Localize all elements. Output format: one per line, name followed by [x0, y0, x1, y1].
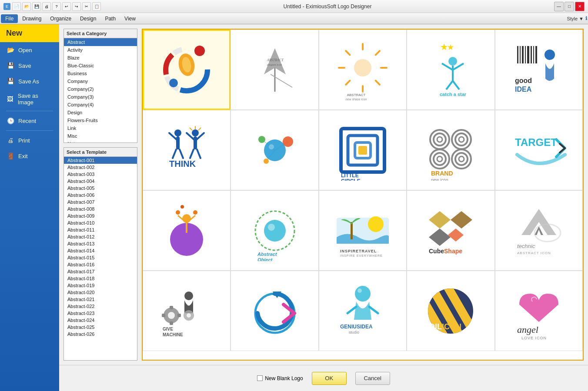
template-item-023[interactable]: Abstract-023: [64, 310, 137, 317]
template-item-011[interactable]: Abstract-011: [64, 226, 137, 233]
template-item-010[interactable]: Abstract-010: [64, 219, 137, 226]
logo-cell-15[interactable]: technic ABSTRACT ICON: [495, 190, 583, 271]
toolbar-copy[interactable]: 📋: [92, 2, 101, 11]
save-as-button[interactable]: 💾 Save As: [0, 73, 59, 89]
category-list[interactable]: Abstract Activity Blaze Blue-Classic Bus…: [64, 38, 137, 142]
recent-button[interactable]: 🕒 Recent: [0, 113, 59, 129]
category-item-design[interactable]: Design: [64, 109, 137, 116]
toolbar-print[interactable]: 🖨: [42, 2, 51, 11]
logo-cell-1[interactable]: [143, 30, 231, 110]
logo-cell-8[interactable]: LITTLE CIRCLE: [319, 110, 407, 190]
template-item-017[interactable]: Abstract-017: [64, 268, 137, 275]
template-item-002[interactable]: Abstract-002: [64, 164, 137, 171]
template-item-007[interactable]: Abstract-007: [64, 199, 137, 205]
category-item-business[interactable]: Business: [64, 70, 137, 77]
logo-grid[interactable]: ABSTRACT elegant icon: [142, 29, 584, 361]
template-item-022[interactable]: Abstract-022: [64, 303, 137, 310]
template-item-025[interactable]: Abstract-025: [64, 324, 137, 331]
svg-point-82: [437, 156, 442, 162]
logo-cell-19[interactable]: OILICON: [407, 271, 494, 351]
template-item-015[interactable]: Abstract-015: [64, 254, 137, 261]
logo-cell-4[interactable]: catch a star: [407, 30, 494, 110]
template-item-014[interactable]: Abstract-014: [64, 247, 137, 254]
logo-cell-7[interactable]: [231, 110, 318, 190]
save-image-button[interactable]: 🖼 Save as Image: [0, 89, 59, 109]
template-item-001[interactable]: Abstract-001: [64, 157, 137, 164]
template-item-003[interactable]: Abstract-003: [64, 171, 137, 178]
template-item-026[interactable]: Abstract-026: [64, 331, 137, 338]
print-button[interactable]: 🖨 Print: [0, 133, 59, 148]
exit-button[interactable]: 🚪 Exit: [0, 148, 59, 164]
open-button[interactable]: 📂 Open: [0, 42, 59, 58]
new-button[interactable]: New: [0, 24, 59, 42]
category-item-blaze[interactable]: Blaze: [64, 54, 137, 62]
logo-cell-14[interactable]: CubeShape: [407, 190, 494, 271]
category-item-nature[interactable]: Nature: [64, 140, 137, 142]
template-item-024[interactable]: Abstract-024: [64, 317, 137, 324]
info-icon[interactable]: ℹ: [585, 16, 587, 21]
template-item-008[interactable]: Abstract-008: [64, 205, 137, 212]
logo-cell-11[interactable]: [143, 190, 231, 271]
category-item-activity[interactable]: Activity: [64, 46, 137, 54]
toolbar-open[interactable]: 📂: [22, 2, 31, 11]
toolbar-save[interactable]: 💾: [32, 2, 41, 11]
minimize-button[interactable]: —: [554, 2, 564, 11]
category-item-flowers[interactable]: Flowers-Fruits: [64, 116, 137, 124]
template-item-006[interactable]: Abstract-006: [64, 192, 137, 199]
logo-cell-12[interactable]: Abstract Object: [231, 190, 318, 271]
template-item-005[interactable]: Abstract-005: [64, 185, 137, 192]
logo-cell-16[interactable]: GIVE MACHINE: [143, 271, 231, 351]
cancel-button[interactable]: Cancel: [355, 372, 390, 385]
logo-cell-17[interactable]: [231, 271, 318, 351]
toolbar-new[interactable]: 📄: [12, 2, 21, 11]
logo-cell-18[interactable]: GENIUSIDEA studio: [319, 271, 407, 351]
category-item-company2[interactable]: Company(2): [64, 85, 137, 93]
template-item-009[interactable]: Abstract-009: [64, 212, 137, 219]
logo-cell-6[interactable]: THINK: [143, 110, 231, 190]
toolbar-undo[interactable]: ↩: [62, 2, 71, 11]
toolbar-help[interactable]: ?: [52, 2, 61, 11]
window-controls[interactable]: — □ ✕: [554, 2, 585, 11]
category-item-blue-classic[interactable]: Blue-Classic: [64, 62, 137, 70]
template-item-019[interactable]: Abstract-019: [64, 282, 137, 289]
close-button[interactable]: ✕: [575, 2, 585, 11]
logo-cell-20[interactable]: angel LOVE ICON: [495, 271, 583, 351]
style-label[interactable]: Style ▼: [567, 16, 584, 21]
save-button[interactable]: 💾 Save: [0, 58, 59, 73]
svg-line-14: [376, 51, 380, 55]
logo-cell-13[interactable]: INSPIRETRAVEL INSPIRE EVERYWHERE: [319, 190, 407, 271]
menu-organize[interactable]: Organize: [46, 14, 76, 23]
template-item-016[interactable]: Abstract-016: [64, 261, 137, 268]
category-item-company[interactable]: Company: [64, 77, 137, 85]
toolbar-redo[interactable]: ↪: [72, 2, 81, 11]
new-blank-label[interactable]: New Blank Logo: [257, 375, 303, 381]
category-item-company3[interactable]: Company(3): [64, 93, 137, 101]
menu-design[interactable]: Design: [76, 14, 100, 23]
category-item-abstract[interactable]: Abstract: [64, 38, 137, 46]
menu-view[interactable]: View: [120, 14, 140, 23]
template-item-012[interactable]: Abstract-012: [64, 233, 137, 240]
template-item-021[interactable]: Abstract-021: [64, 296, 137, 303]
logo-cell-3[interactable]: ABSTRACT new shape icon: [319, 30, 407, 110]
ok-button[interactable]: OK: [312, 372, 347, 385]
new-blank-checkbox[interactable]: [257, 375, 263, 381]
template-item-013[interactable]: Abstract-013: [64, 240, 137, 247]
maximize-button[interactable]: □: [565, 2, 574, 11]
menu-drawing[interactable]: Drawing: [18, 14, 46, 23]
logo-svg-9: BRAND new icon: [420, 120, 481, 181]
category-item-misc[interactable]: Misc: [64, 132, 137, 140]
template-list[interactable]: Abstract-001 Abstract-002 Abstract-003 A…: [64, 157, 137, 360]
category-item-company4[interactable]: Company(4): [64, 101, 137, 109]
logo-cell-5[interactable]: good IDEA: [495, 30, 583, 110]
logo-cell-9[interactable]: BRAND new icon: [407, 110, 494, 190]
svg-text:new icon: new icon: [431, 178, 448, 181]
menu-path[interactable]: Path: [100, 14, 120, 23]
template-item-020[interactable]: Abstract-020: [64, 289, 137, 296]
template-item-018[interactable]: Abstract-018: [64, 275, 137, 282]
template-item-004[interactable]: Abstract-004: [64, 178, 137, 185]
logo-cell-10[interactable]: TARGET: [495, 110, 583, 190]
logo-cell-2[interactable]: ABSTRACT elegant icon: [231, 30, 318, 110]
toolbar-cut[interactable]: ✂: [82, 2, 91, 11]
menu-file[interactable]: File: [1, 14, 18, 23]
category-item-link[interactable]: Link: [64, 124, 137, 132]
